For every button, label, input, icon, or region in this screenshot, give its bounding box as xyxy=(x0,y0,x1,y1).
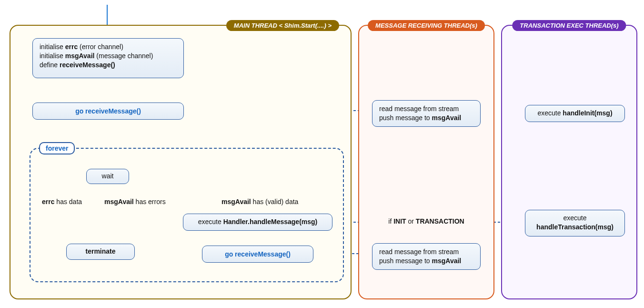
init-line2: initialise msgAvail (message channel) xyxy=(40,51,177,61)
terminate-box: terminate xyxy=(66,244,135,260)
cond-errc: errc has data xyxy=(42,198,82,205)
go-receive-message-1: go receiveMessage() xyxy=(32,103,184,120)
go-receive-message-2: go receiveMessage() xyxy=(202,246,313,263)
init-line3: define receiveMessage() xyxy=(40,61,177,70)
forever-label: forever xyxy=(39,142,75,154)
init-line1: initialise errc (error channel) xyxy=(40,42,177,51)
cond-msg-valid: msgAvail has (valid) data xyxy=(221,198,298,205)
if-init-or-tx: if INIT or TRANSACTION xyxy=(372,217,480,225)
handle-tx-l2: handleTransaction(msg) xyxy=(528,223,622,232)
exec-thread-panel: TRANSACTION EXEC THREAD(s) xyxy=(501,25,637,299)
recv1-line2: push message to msgAvail xyxy=(379,113,473,123)
wait-box: wait xyxy=(86,169,129,184)
recv-box-1: read message from stream push message to… xyxy=(372,100,481,127)
main-thread-label: MAIN THREAD < Shim.Start(....) > xyxy=(226,20,339,31)
recv-thread-label: MESSAGE RECEIVING THREAD(s) xyxy=(368,20,485,31)
recv-box-2: read message from stream push message to… xyxy=(372,243,481,270)
recv2-line2: push message to msgAvail xyxy=(379,257,473,266)
recv2-line1: read message from stream xyxy=(379,247,473,257)
handle-transaction-box: execute handleTransaction(msg) xyxy=(525,210,625,236)
exec-thread-label: TRANSACTION EXEC THREAD(s) xyxy=(512,20,626,31)
init-box: initialise errc (error channel) initiali… xyxy=(32,38,184,78)
recv1-line1: read message from stream xyxy=(379,104,473,113)
handle-message-box: execute Handler.handleMessage(msg) xyxy=(183,214,332,231)
cond-msg-errors: msgAvail has errors xyxy=(104,198,166,205)
handle-tx-l1: execute xyxy=(528,214,622,223)
handle-init-box: execute handleInit(msg) xyxy=(525,105,625,122)
